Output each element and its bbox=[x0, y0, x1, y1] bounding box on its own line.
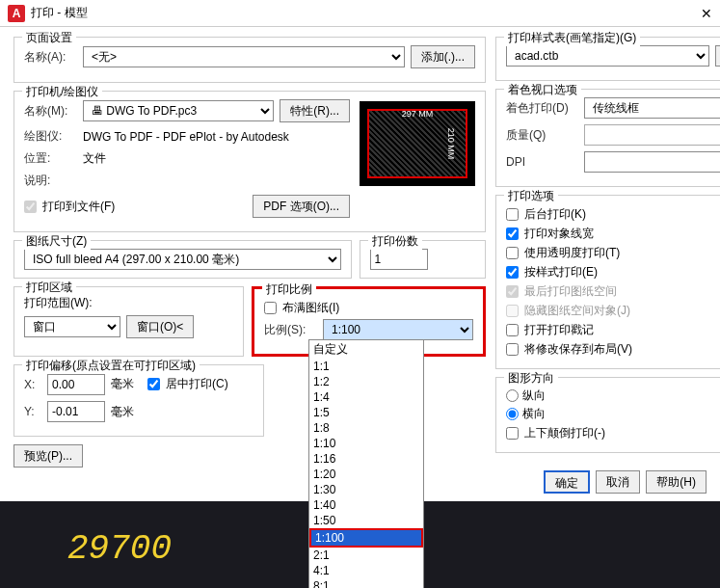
app-icon: A bbox=[8, 5, 25, 22]
landscape-label: 横向 bbox=[522, 406, 546, 422]
page-setup-name-label: 名称(A): bbox=[24, 49, 77, 66]
offset-y-unit: 毫米 bbox=[111, 404, 134, 420]
offset-title: 打印偏移(原点设置在可打印区域) bbox=[22, 358, 200, 374]
scale-option[interactable]: 1:5 bbox=[309, 405, 423, 420]
ok-button[interactable]: 确定 bbox=[544, 470, 590, 494]
copies-input[interactable] bbox=[370, 249, 428, 270]
page-setup-name-select[interactable]: <无> bbox=[83, 46, 405, 67]
style-table-title: 打印样式表(画笔指定)(G) bbox=[504, 30, 640, 46]
scale-option[interactable]: 1:100 bbox=[309, 528, 423, 548]
offset-y-input[interactable] bbox=[47, 401, 105, 422]
upside-down-label: 上下颠倒打印(-) bbox=[524, 425, 605, 441]
plot-scale-group: 打印比例 布满图纸(I) 比例(S): 1:100 自定义1:11:21:41:… bbox=[252, 286, 486, 357]
shaded-viewport-group: 着色视口选项 着色打印(D)传统线框 质量(Q) DPI bbox=[495, 89, 720, 187]
dimension-text: 29700 bbox=[67, 529, 172, 569]
scale-option[interactable]: 1:4 bbox=[309, 389, 423, 405]
center-plot-label: 居中打印(C) bbox=[166, 376, 228, 392]
bg-plot-checkbox[interactable] bbox=[506, 208, 519, 221]
quality-label: 质量(Q) bbox=[506, 127, 578, 144]
orientation-group: 图形方向 纵向 横向A 上下颠倒打印(-) bbox=[495, 377, 720, 453]
quality-select bbox=[584, 124, 720, 146]
shaded-viewport-title: 着色视口选项 bbox=[504, 82, 581, 98]
lineweight-checkbox[interactable] bbox=[506, 227, 519, 240]
plot-area-group: 打印区域 打印范围(W): 窗口 窗口(O)< bbox=[13, 286, 244, 357]
page-setup-title: 页面设置 bbox=[22, 30, 76, 46]
preview-width-label: 297 MM bbox=[402, 109, 434, 119]
fit-to-paper-checkbox[interactable] bbox=[264, 302, 277, 314]
orientation-title: 图形方向 bbox=[504, 370, 558, 387]
scale-option[interactable]: 1:8 bbox=[309, 420, 423, 436]
plot-styles-checkbox[interactable] bbox=[506, 266, 519, 279]
scale-option[interactable]: 1:2 bbox=[309, 374, 423, 389]
scale-option[interactable]: 4:1 bbox=[309, 563, 423, 578]
pdf-options-button[interactable]: PDF 选项(O)... bbox=[253, 195, 350, 218]
window-title: 打印 - 模型 bbox=[31, 5, 88, 21]
lineweight-label: 打印对象线宽 bbox=[524, 226, 594, 242]
shade-plot-select[interactable]: 传统线框 bbox=[584, 97, 720, 119]
titlebar: A 打印 - 模型 ✕ bbox=[0, 0, 720, 27]
offset-x-unit: 毫米 bbox=[111, 376, 134, 392]
scale-option[interactable]: 1:1 bbox=[309, 359, 423, 374]
copies-group: 打印份数 bbox=[360, 240, 487, 279]
plot-area-title: 打印区域 bbox=[22, 280, 76, 296]
scale-option[interactable]: 1:30 bbox=[309, 482, 423, 497]
copies-title: 打印份数 bbox=[368, 233, 422, 250]
plot-stamp-checkbox[interactable] bbox=[506, 324, 519, 336]
paper-size-select[interactable]: ISO full bleed A4 (297.00 x 210.00 毫米) bbox=[24, 249, 341, 270]
window-pick-button[interactable]: 窗口(O)< bbox=[126, 315, 194, 338]
plot-styles-label: 按样式打印(E) bbox=[524, 264, 598, 281]
help-button[interactable]: 帮助(H) bbox=[646, 470, 707, 494]
print-to-file-checkbox[interactable] bbox=[24, 200, 37, 213]
plot-range-select[interactable]: 窗口 bbox=[24, 316, 120, 337]
style-table-edit-icon[interactable]: ≡ bbox=[715, 45, 720, 67]
landscape-radio[interactable] bbox=[506, 408, 519, 420]
offset-x-input[interactable] bbox=[47, 374, 105, 395]
plotter-value: DWG To PDF - PDF ePlot - by Autodesk bbox=[83, 130, 289, 144]
print-to-file-label: 打印到文件(F) bbox=[42, 199, 115, 215]
scale-option[interactable]: 1:50 bbox=[309, 513, 423, 528]
preview-height-label: 210 MM bbox=[447, 128, 457, 160]
offset-y-label: Y: bbox=[24, 405, 41, 418]
dialog-buttons: 确定 取消 帮助(H) bbox=[544, 470, 707, 494]
scale-option[interactable]: 8:1 bbox=[309, 578, 423, 588]
scale-option[interactable]: 2:1 bbox=[309, 548, 423, 563]
plotter-label: 绘图仪: bbox=[24, 128, 77, 145]
transparency-checkbox[interactable] bbox=[506, 247, 519, 259]
cancel-button[interactable]: 取消 bbox=[596, 470, 640, 494]
printer-name-label: 名称(M): bbox=[24, 103, 77, 120]
hide-paper-label: 隐藏图纸空间对象(J) bbox=[524, 303, 630, 319]
close-icon[interactable]: ✕ bbox=[701, 6, 712, 21]
add-page-setup-button[interactable]: 添加(.)... bbox=[411, 45, 475, 68]
printer-name-select[interactable]: 🖶 DWG To PDF.pc3 bbox=[83, 100, 274, 121]
scale-option[interactable]: 1:40 bbox=[309, 497, 423, 513]
save-layout-checkbox[interactable] bbox=[506, 343, 519, 356]
plot-stamp-label: 打开打印戳记 bbox=[524, 322, 594, 338]
paper-size-group: 图纸尺寸(Z) ISO full bleed A4 (297.00 x 210.… bbox=[13, 240, 352, 279]
center-plot-checkbox[interactable] bbox=[147, 378, 160, 390]
preview-button[interactable]: 预览(P)... bbox=[13, 444, 83, 468]
fit-to-paper-label: 布满图纸(I) bbox=[282, 300, 339, 316]
printer-props-button[interactable]: 特性(R)... bbox=[280, 99, 350, 122]
save-layout-label: 将修改保存到布局(V) bbox=[524, 341, 632, 358]
style-table-select[interactable]: acad.ctb bbox=[506, 45, 709, 67]
scale-option[interactable]: 自定义 bbox=[309, 340, 423, 359]
hide-paper-checkbox bbox=[506, 305, 519, 317]
scale-dropdown-list[interactable]: 自定义1:11:21:41:51:81:101:161:201:301:401:… bbox=[308, 339, 424, 588]
upside-down-checkbox[interactable] bbox=[506, 427, 519, 440]
portrait-radio[interactable] bbox=[506, 389, 519, 402]
paper-last-checkbox bbox=[506, 285, 519, 298]
paper-preview: 297 MM 210 MM bbox=[360, 101, 475, 186]
paper-last-label: 最后打印图纸空间 bbox=[524, 283, 617, 300]
plot-options-title: 打印选项 bbox=[504, 188, 558, 204]
scale-option[interactable]: 1:10 bbox=[309, 436, 423, 451]
printer-title: 打印机/绘图仪 bbox=[22, 84, 102, 100]
scale-option[interactable]: 1:16 bbox=[309, 451, 423, 467]
scale-select[interactable]: 1:100 bbox=[323, 319, 473, 340]
location-value: 文件 bbox=[83, 150, 106, 167]
dpi-label: DPI bbox=[506, 155, 578, 169]
shade-plot-label: 着色打印(D) bbox=[506, 100, 578, 117]
scale-option[interactable]: 1:20 bbox=[309, 467, 423, 482]
portrait-label: 纵向 bbox=[522, 388, 546, 404]
plot-range-label: 打印范围(W): bbox=[24, 295, 233, 311]
dpi-input bbox=[584, 151, 720, 173]
